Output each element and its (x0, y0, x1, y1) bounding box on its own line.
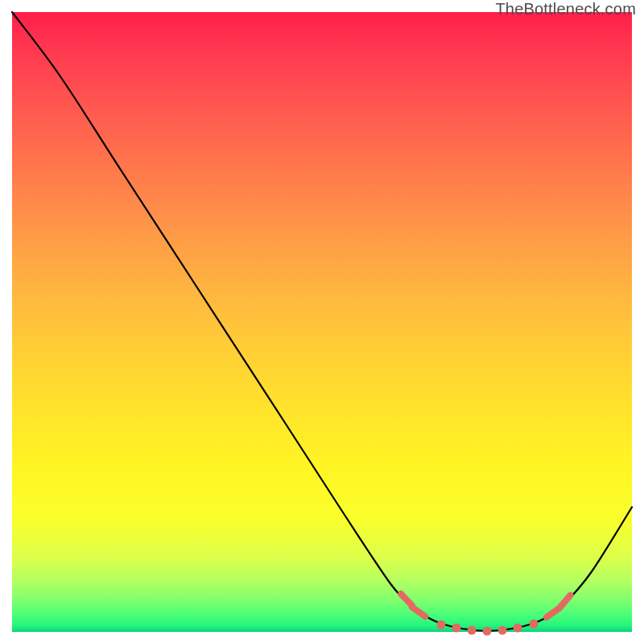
marker-tick (412, 607, 425, 616)
marker-tick (560, 595, 571, 607)
marker-dot (530, 620, 539, 629)
marker-dot (514, 624, 522, 633)
plot-area (12, 12, 632, 632)
marker-dot (468, 626, 477, 635)
watermark-text: TheBottleneck.com (495, 0, 636, 19)
chart-container: TheBottleneck.com (0, 0, 644, 644)
bottleneck-curve (12, 12, 632, 631)
curve-markers (401, 594, 570, 636)
curve-svg (12, 12, 632, 632)
marker-dot (498, 626, 507, 635)
marker-dot (452, 624, 461, 633)
marker-tick (401, 594, 412, 605)
marker-dot (483, 627, 492, 636)
marker-dot (437, 621, 446, 630)
